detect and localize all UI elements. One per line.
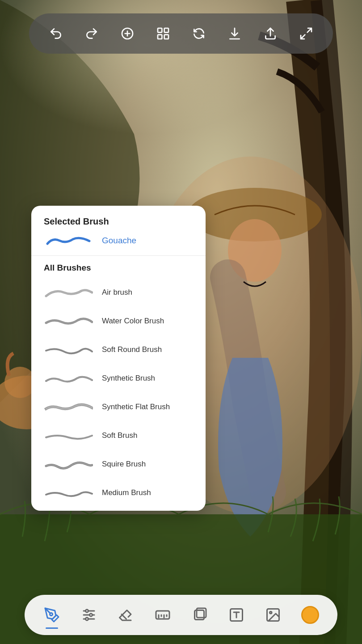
eraser-tool-button[interactable] bbox=[110, 599, 141, 631]
svg-point-33 bbox=[270, 612, 272, 614]
brush-item-airbrush[interactable]: Air brush bbox=[31, 278, 206, 307]
fullscreen-button[interactable] bbox=[295, 22, 317, 45]
svg-point-20 bbox=[89, 614, 92, 616]
layers-tool-button[interactable] bbox=[184, 599, 215, 631]
svg-rect-11 bbox=[158, 28, 162, 32]
download-button[interactable] bbox=[223, 22, 246, 45]
add-button[interactable] bbox=[116, 22, 139, 45]
airbrush-stroke-preview bbox=[44, 284, 93, 301]
squire-name: Squire Brush bbox=[102, 460, 146, 469]
airbrush-name: Air brush bbox=[102, 288, 132, 297]
svg-point-15 bbox=[50, 613, 53, 616]
color-dot bbox=[301, 606, 319, 624]
synthetic-name: Synthetic Brush bbox=[102, 374, 155, 383]
brush-item-medium[interactable]: Medium Brush bbox=[31, 479, 206, 507]
brush-item-syntheticflat[interactable]: Synthetic Flat Brush bbox=[31, 393, 206, 421]
brush-item-squire[interactable]: Squire Brush bbox=[31, 450, 206, 479]
svg-rect-14 bbox=[164, 35, 168, 39]
watercolor-name: Water Color Brush bbox=[102, 317, 164, 326]
squire-stroke-preview bbox=[44, 456, 93, 472]
sync-button[interactable] bbox=[188, 22, 210, 45]
soft-name: Soft Brush bbox=[102, 431, 137, 440]
redo-button[interactable] bbox=[80, 22, 103, 45]
medium-stroke-preview bbox=[44, 485, 93, 501]
selected-brush-preview bbox=[44, 234, 93, 247]
selected-brush-label: Selected Brush bbox=[44, 216, 193, 227]
brush-item-synthetic[interactable]: Synthetic Brush bbox=[31, 364, 206, 393]
bottom-toolbar bbox=[25, 595, 337, 635]
brush-list: Air brush Water Color Brush Soft Round B… bbox=[31, 278, 206, 507]
brush-item-soft[interactable]: Soft Brush bbox=[31, 421, 206, 450]
selected-brush-row: Gouache bbox=[44, 234, 193, 247]
svg-rect-13 bbox=[158, 35, 162, 39]
grid-button[interactable] bbox=[152, 22, 174, 45]
synthetic-stroke-preview bbox=[44, 370, 93, 386]
svg-point-19 bbox=[85, 610, 88, 612]
brush-panel: Selected Brush Gouache All Brushes Air b… bbox=[31, 206, 206, 511]
text-tool-button[interactable] bbox=[221, 599, 252, 631]
medium-name: Medium Brush bbox=[102, 488, 151, 497]
undo-button[interactable] bbox=[45, 22, 67, 45]
softround-stroke-preview bbox=[44, 342, 93, 358]
all-brushes-section: All Brushes Air brush Water Color Brush bbox=[31, 256, 206, 511]
color-button[interactable] bbox=[295, 599, 326, 631]
share-button[interactable] bbox=[259, 22, 282, 45]
brush-item-softround[interactable]: Soft Round Brush bbox=[31, 335, 206, 364]
top-toolbar bbox=[29, 13, 333, 54]
soft-stroke-preview bbox=[44, 428, 93, 444]
syntheticflat-name: Synthetic Flat Brush bbox=[102, 402, 170, 411]
svg-rect-12 bbox=[164, 28, 168, 32]
image-tool-button[interactable] bbox=[257, 599, 289, 631]
brush-item-watercolor[interactable]: Water Color Brush bbox=[31, 307, 206, 335]
ruler-tool-button[interactable] bbox=[147, 599, 178, 631]
brush-tool-button[interactable] bbox=[36, 599, 67, 631]
selected-brush-name: Gouache bbox=[102, 236, 136, 246]
adjust-tool-button[interactable] bbox=[73, 599, 105, 631]
watercolor-stroke-preview bbox=[44, 313, 93, 329]
all-brushes-label: All Brushes bbox=[31, 263, 206, 278]
svg-point-21 bbox=[85, 618, 88, 620]
syntheticflat-stroke-preview bbox=[44, 399, 93, 415]
softround-name: Soft Round Brush bbox=[102, 345, 162, 354]
selected-brush-section: Selected Brush Gouache bbox=[31, 206, 206, 256]
